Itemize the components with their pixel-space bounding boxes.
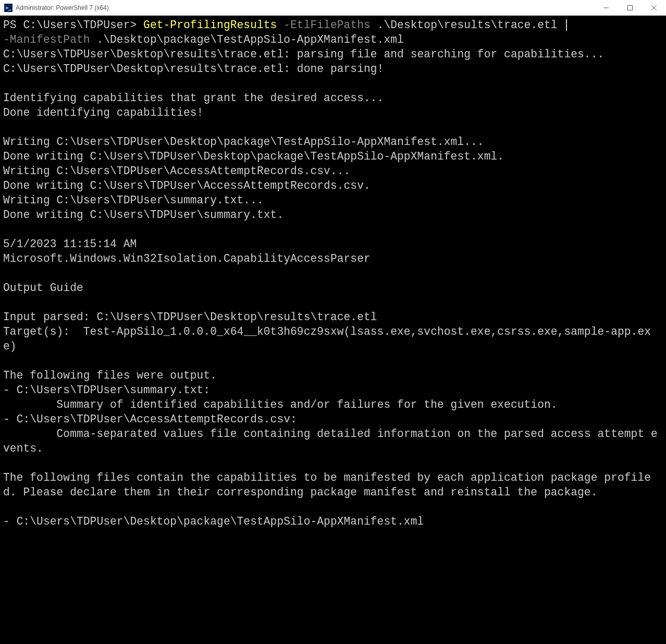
cmdlet-name: Get-ProfilingResults [143,19,277,31]
minimize-button[interactable] [594,0,618,15]
close-button[interactable] [642,0,666,15]
command-output: C:\Users\TDPUser\Desktop\results\trace.e… [3,48,658,528]
svg-rect-1 [628,5,633,10]
terminal-window: >_ Administrator: PowerShell 7 (x64) PS … [0,0,666,644]
window-controls [594,0,666,15]
param-manifestpath: -ManifestPath [3,33,90,46]
cursor [566,19,567,31]
arg-manifestpath: .\Desktop\package\TestAppSilo-AppXManife… [90,33,404,46]
arg-etlfilepaths: .\Desktop\results\trace.etl [371,19,564,31]
sep [277,19,283,31]
maximize-button[interactable] [618,0,642,15]
terminal-output[interactable]: PS C:\Users\TDPUser> Get-ProfilingResult… [0,16,666,644]
prompt-text: PS C:\Users\TDPUser> [3,19,143,31]
titlebar[interactable]: >_ Administrator: PowerShell 7 (x64) [0,0,666,16]
window-title: Administrator: PowerShell 7 (x64) [16,4,594,11]
app-icon: >_ [4,4,13,12]
param-etlfilepaths: -EtlFilePaths [283,19,371,31]
